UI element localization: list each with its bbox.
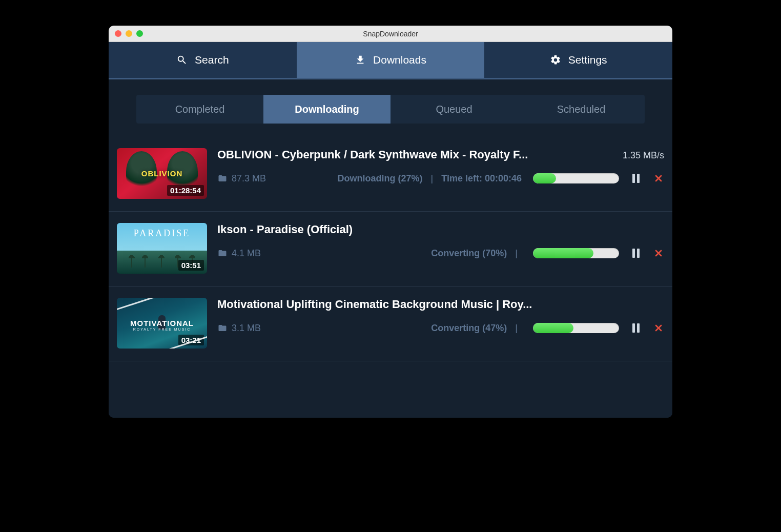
- download-title: Motivational Uplifting Cinematic Backgro…: [217, 298, 664, 311]
- subtab-scheduled[interactable]: Scheduled: [518, 95, 645, 124]
- subtab-queued-label: Queued: [436, 104, 472, 115]
- subtab-queued[interactable]: Queued: [391, 95, 518, 124]
- video-duration: 03:51: [178, 260, 204, 271]
- download-status: Converting (47%): [431, 323, 507, 334]
- window-zoom-button[interactable]: [136, 30, 143, 37]
- main-tabs: Search Downloads Settings: [109, 42, 672, 79]
- row-body: Ikson - Paradise (Official) 4.1 MB Conve…: [217, 223, 664, 259]
- pause-button[interactable]: [630, 322, 642, 334]
- download-row: PARADISE 03:51 Ikson - Paradise (Officia…: [109, 212, 672, 287]
- tab-settings[interactable]: Settings: [484, 42, 672, 78]
- tab-settings-label: Settings: [568, 54, 607, 66]
- cancel-button[interactable]: [653, 248, 664, 259]
- window-close-button[interactable]: [115, 30, 121, 37]
- thumbnail-label: OBLIVION: [141, 169, 183, 178]
- subtab-completed[interactable]: Completed: [136, 95, 263, 124]
- cancel-button[interactable]: [653, 173, 664, 184]
- file-size: 87.3 MB: [232, 173, 266, 184]
- progress-bar: [533, 248, 619, 258]
- row-body: Motivational Uplifting Cinematic Backgro…: [217, 298, 664, 334]
- download-title: Ikson - Paradise (Official): [217, 223, 664, 236]
- close-icon: [653, 323, 664, 333]
- thumbnail[interactable]: PARADISE 03:51: [117, 223, 207, 274]
- tab-downloads-label: Downloads: [373, 54, 426, 66]
- app-window: SnapDownloader Search Downloads Settings…: [109, 26, 672, 418]
- subtab-completed-label: Completed: [175, 104, 225, 115]
- close-icon: [653, 248, 664, 258]
- subtab-downloading[interactable]: Downloading: [263, 95, 391, 124]
- thumbnail-label: MOTIVATIONAL: [130, 319, 194, 328]
- tab-search[interactable]: Search: [109, 42, 297, 78]
- pause-icon: [632, 323, 640, 333]
- video-duration: 01:28:54: [167, 185, 204, 196]
- file-size: 3.1 MB: [232, 323, 261, 334]
- close-icon: [653, 173, 664, 183]
- folder-icon[interactable]: [217, 249, 228, 258]
- pause-button[interactable]: [630, 248, 642, 259]
- download-status: Converting (70%): [431, 248, 507, 259]
- window-title: SnapDownloader: [109, 30, 672, 38]
- content-area: Completed Downloading Queued Scheduled O…: [109, 79, 672, 418]
- progress-fill: [533, 248, 593, 258]
- progress-bar: [533, 323, 619, 333]
- download-title: OBLIVION - Cyberpunk / Dark Synthwave Mi…: [217, 148, 612, 161]
- thumbnail[interactable]: OBLIVION 01:28:54: [117, 148, 207, 199]
- folder-icon[interactable]: [217, 174, 228, 183]
- gear-icon: [550, 54, 561, 66]
- titlebar: SnapDownloader: [109, 26, 672, 42]
- video-duration: 03:21: [178, 335, 204, 345]
- download-row: MOTIVATIONAL ROYALTY FREE MUSIC 03:21 Mo…: [109, 287, 672, 361]
- row-body: OBLIVION - Cyberpunk / Dark Synthwave Mi…: [217, 148, 664, 184]
- tab-downloads[interactable]: Downloads: [297, 42, 485, 78]
- progress-bar: [533, 173, 619, 183]
- subtab-scheduled-label: Scheduled: [557, 104, 606, 115]
- download-icon: [355, 54, 366, 66]
- window-minimize-button[interactable]: [126, 30, 132, 37]
- download-status: Downloading (27%): [338, 173, 423, 184]
- separator: |: [515, 248, 518, 259]
- search-icon: [176, 54, 188, 66]
- thumbnail[interactable]: MOTIVATIONAL ROYALTY FREE MUSIC 03:21: [117, 298, 207, 349]
- folder-icon[interactable]: [217, 323, 228, 333]
- pause-icon: [632, 249, 640, 258]
- pause-icon: [632, 174, 640, 183]
- download-row: OBLIVION 01:28:54 OBLIVION - Cyberpunk /…: [109, 137, 672, 212]
- time-left: Time left: 00:00:46: [441, 173, 522, 184]
- progress-fill: [533, 173, 556, 183]
- traffic-lights: [109, 30, 143, 37]
- thumbnail-sublabel: ROYALTY FREE MUSIC: [133, 328, 191, 331]
- separator: |: [431, 173, 434, 184]
- file-size: 4.1 MB: [232, 248, 261, 259]
- progress-fill: [533, 323, 573, 333]
- download-speed: 1.35 MB/s: [623, 150, 664, 161]
- pause-button[interactable]: [630, 173, 642, 184]
- separator: |: [515, 323, 518, 334]
- download-list: OBLIVION 01:28:54 OBLIVION - Cyberpunk /…: [109, 137, 672, 361]
- cancel-button[interactable]: [653, 322, 664, 334]
- tab-search-label: Search: [195, 54, 229, 66]
- thumbnail-label: PARADISE: [134, 228, 190, 239]
- sub-tabs: Completed Downloading Queued Scheduled: [136, 95, 645, 124]
- subtab-downloading-label: Downloading: [295, 104, 359, 115]
